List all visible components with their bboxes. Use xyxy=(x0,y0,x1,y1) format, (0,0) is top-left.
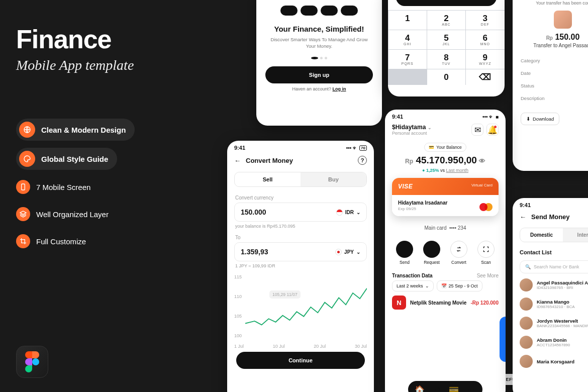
inbox-icon[interactable]: ✉ xyxy=(471,124,483,136)
flag-idr-icon xyxy=(336,209,343,216)
amount-field[interactable]: 150.000IDR ⌄ xyxy=(234,203,367,222)
contact-row[interactable]: Jordyn WesterveltBANK2233445566 · MANDIR… xyxy=(513,314,588,333)
detail-row: Category xyxy=(513,54,588,67)
download-icon: ⬇ xyxy=(526,116,530,122)
feature-layers: Well Organized Layer xyxy=(16,204,118,224)
key-5[interactable]: 5JKL xyxy=(427,30,465,49)
screen-send-money: 9:41••• ᯤ ■ ←Send Money DomesticIntern C… xyxy=(513,198,588,392)
status-icons: ••• ᯤ 70 xyxy=(346,145,367,151)
contact-row[interactable]: Kianna MangoID9876543210 · BCA xyxy=(513,295,588,314)
contact-row[interactable]: Angel Passaquindici ArcandID4321098765 ·… xyxy=(513,275,588,295)
mobile-icon xyxy=(16,180,30,194)
back-icon[interactable]: ← xyxy=(520,213,526,221)
feature-style: Global Style Guide xyxy=(16,148,117,170)
continue-button[interactable]: Continue xyxy=(236,352,365,369)
screen-onboard: Main card 234 Your Finance, Simplified! … xyxy=(256,0,382,126)
chevron-down-icon[interactable]: ⌄ xyxy=(428,125,432,130)
search-icon: 🔍 xyxy=(525,264,531,269)
transaction-row[interactable]: NNetplik Steaming Movie-Rp 120.000 xyxy=(385,291,506,314)
page-title: Send Money xyxy=(531,213,570,221)
action-request[interactable]: Request xyxy=(423,241,440,265)
tab-buy[interactable]: Buy xyxy=(301,172,366,186)
figma-logo xyxy=(16,346,48,378)
eye-icon[interactable]: 👁 xyxy=(479,157,485,165)
key-6[interactable]: 6MNO xyxy=(466,30,504,49)
transfer-to: Transfer to Angel Passaqu xyxy=(513,43,588,48)
wallet-icon: 💳 xyxy=(429,145,434,150)
login-link[interactable]: Log in xyxy=(333,86,346,91)
screen-dashboard: 9:41••• ᯤ ■ $Hidaytama ⌄Personal account… xyxy=(385,110,506,392)
amount-field-to[interactable]: 1.359,93JPY ⌄ xyxy=(234,242,367,261)
balance-delta: ● 1,25% vs Last month xyxy=(385,168,506,173)
avatar xyxy=(520,278,533,291)
search-input[interactable]: 🔍Search Name Or Bank xyxy=(520,260,588,273)
hero-subtitle: Mobile App template xyxy=(16,57,207,73)
back-icon[interactable]: ← xyxy=(234,157,241,164)
feature-screens: 7 Mobile Screen xyxy=(16,177,100,197)
tab-international[interactable]: Intern xyxy=(563,228,588,242)
signup-button[interactable]: Sign up xyxy=(265,66,373,83)
secondary-card[interactable] xyxy=(500,317,506,362)
tab-domestic[interactable]: Domestic xyxy=(520,228,563,242)
crop-icon xyxy=(16,234,30,248)
flag-jpy-icon xyxy=(335,249,342,255)
key-3[interactable]: 3DEF xyxy=(466,11,504,30)
detail-row: Date xyxy=(513,67,588,79)
balance-value: Rp 45.170.950,00👁 xyxy=(385,155,506,166)
contact-row[interactable]: Abram DoninACCT1234567890 xyxy=(513,333,588,352)
palette-icon xyxy=(19,151,35,167)
recipient-avatar xyxy=(554,11,572,29)
sell-buy-segment[interactable]: SellBuy xyxy=(234,172,367,187)
key-2[interactable]: 2ABC xyxy=(427,11,465,30)
screen-keypad: Send 12ABC3DEF4GHI5JKL6MNO7PQRS8TUV9WXYZ… xyxy=(388,0,505,96)
netflix-icon: N xyxy=(392,296,406,310)
onboard-heading: Your Finance, Simplified! xyxy=(256,25,382,33)
avatar xyxy=(520,317,533,330)
tab-bar[interactable]: 🏠⇄💳⋯ xyxy=(408,381,482,392)
bell-icon[interactable]: 🔔 xyxy=(486,124,499,136)
avatar xyxy=(520,355,533,368)
key-9[interactable]: 9WXYZ xyxy=(466,50,504,69)
help-icon[interactable]: ? xyxy=(358,156,367,165)
chevron-down-icon[interactable]: ⌄ xyxy=(356,249,360,255)
chevron-down-icon[interactable]: ⌄ xyxy=(356,210,360,215)
virtual-card[interactable]: VISEVirtual Card Hidaytama IrsadanarExp … xyxy=(392,178,499,216)
rate-chart: 115110105100 105,29 11/07 xyxy=(234,274,367,340)
feature-clean: Clean & Modern Design xyxy=(16,119,135,141)
transfer-sub: Your transfer has been con xyxy=(513,1,588,6)
swap-icon[interactable]: ⇄ xyxy=(432,385,441,392)
screen-transfer-success: Transfer Suc Your transfer has been con … xyxy=(513,0,588,171)
send-button[interactable]: Send xyxy=(396,0,497,6)
detail-row: Description xyxy=(513,92,588,105)
contact-row[interactable]: Maria Korsgaard xyxy=(513,352,588,371)
last-month-link[interactable]: Last month xyxy=(446,168,468,173)
home-icon[interactable]: 🏠 xyxy=(415,385,424,392)
filter-date[interactable]: 📅 25 Sep - 9 Oct xyxy=(437,280,482,291)
key-7[interactable]: 7PQRS xyxy=(388,50,427,69)
page-title: Convert Money xyxy=(246,157,293,164)
card-icon[interactable]: 💳 xyxy=(449,385,458,392)
feature-customize: Full Customize xyxy=(16,231,95,251)
transfer-amount: Rp 150.00 xyxy=(513,33,588,42)
action-send[interactable]: Send xyxy=(396,241,413,265)
action-convert[interactable]: Convert xyxy=(450,241,467,265)
key-1[interactable]: 1 xyxy=(388,11,427,30)
see-more-link[interactable]: See More xyxy=(477,273,499,278)
key-4[interactable]: 4GHI xyxy=(388,30,427,49)
key-⌫[interactable]: ⌫ xyxy=(466,69,504,85)
tab-sell[interactable]: Sell xyxy=(235,172,301,186)
action-scan[interactable]: Scan xyxy=(477,241,495,265)
key-8[interactable]: 8TUV xyxy=(427,50,465,69)
svg-point-2 xyxy=(32,358,39,365)
download-button[interactable]: ⬇Download xyxy=(521,113,559,125)
numeric-keypad: 12ABC3DEF4GHI5JKL6MNO7PQRS8TUV9WXYZ0⌫ xyxy=(388,10,505,85)
layers-icon xyxy=(16,207,30,221)
onboard-sub: Discover Smarter Ways To Manage And Grow… xyxy=(256,36,382,50)
screen-convert-money: 9:41••• ᯤ 70 ←Convert Money? SellBuy Con… xyxy=(227,141,374,392)
feature-list: Clean & Modern Design Global Style Guide… xyxy=(16,119,207,251)
more-icon[interactable]: ⋯ xyxy=(466,385,475,392)
key-0[interactable]: 0 xyxy=(427,69,465,85)
balance-chip: 💳Your Balance xyxy=(424,143,466,152)
filter-range[interactable]: Last 2 weeks ⌄ xyxy=(392,280,434,291)
mastercard-icon xyxy=(479,203,493,211)
